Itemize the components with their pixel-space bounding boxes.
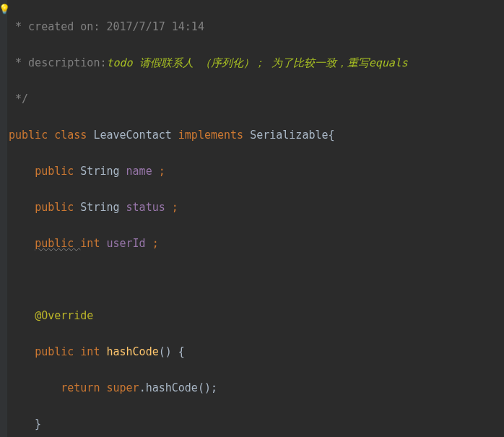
- comment-text: *: [9, 56, 28, 69]
- keyword: public: [35, 201, 80, 214]
- class-name: Serializable: [250, 129, 328, 142]
- params: () {: [159, 345, 185, 358]
- brace: }: [9, 417, 41, 430]
- keyword: implements: [178, 129, 250, 142]
- code-line: public int userId ;: [9, 235, 504, 253]
- keyword: int: [80, 237, 106, 250]
- indent: [9, 381, 61, 394]
- indent: [9, 345, 35, 358]
- keyword-warning: public: [35, 237, 80, 250]
- comment-text: */: [9, 92, 28, 105]
- code-line: */: [9, 90, 504, 108]
- keyword: class: [54, 129, 93, 142]
- code-line: [9, 271, 504, 289]
- keyword: super: [106, 381, 139, 394]
- todo-comment: todo 请假联系人 （序列化）； 为了比较一致，重写equals: [106, 56, 407, 69]
- type: String: [80, 165, 126, 178]
- intention-bulb-icon[interactable]: 💡: [0, 0, 10, 18]
- comment-text: description:: [28, 56, 106, 69]
- semicolon: ;: [172, 201, 178, 214]
- brace: {: [329, 129, 335, 142]
- field-name: status: [126, 201, 172, 214]
- semicolon: ;: [159, 165, 165, 178]
- field-name: userId: [106, 237, 152, 250]
- code-line: return super.hashCode();: [9, 379, 504, 397]
- code-line: }: [9, 415, 504, 433]
- indent: [9, 165, 35, 178]
- semicolon: ;: [152, 237, 159, 250]
- code-line: @Override: [9, 307, 504, 325]
- code-line: public String status ;: [9, 199, 504, 217]
- comment-text: *: [9, 20, 28, 33]
- code-editor[interactable]: * created on: 2017/7/17 14:14 * descript…: [0, 0, 504, 437]
- keyword: public: [9, 129, 54, 142]
- class-name: LeaveContact: [93, 129, 178, 142]
- method-name: hashCode: [106, 345, 158, 358]
- call: .hashCode();: [139, 381, 217, 394]
- annotation: @Override: [35, 309, 93, 322]
- code-line: public String name ;: [9, 163, 504, 181]
- keyword: return: [61, 381, 106, 394]
- keyword: int: [80, 345, 106, 358]
- code-line: public int hashCode() {: [9, 343, 504, 361]
- code-line: * created on: 2017/7/17 14:14: [9, 18, 504, 36]
- indent: [9, 309, 35, 322]
- code-line: public class LeaveContact implements Ser…: [9, 126, 504, 144]
- indent: [9, 237, 35, 250]
- field-name: name: [126, 165, 159, 178]
- keyword: public: [35, 345, 80, 358]
- keyword: public: [35, 165, 80, 178]
- type: String: [80, 201, 126, 214]
- indent: [9, 201, 35, 214]
- editor-gutter: 💡: [0, 0, 7, 437]
- code-line: * description:todo 请假联系人 （序列化）； 为了比较一致，重…: [9, 54, 504, 72]
- comment-text: created on: 2017/7/17 14:14: [28, 20, 204, 33]
